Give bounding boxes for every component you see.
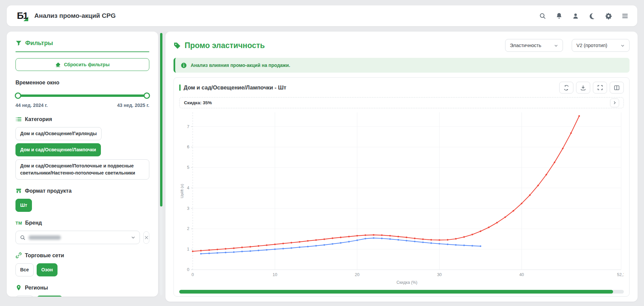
- filters-title: Фильтры: [15, 40, 149, 47]
- refresh-button[interactable]: [559, 82, 573, 93]
- search-icon[interactable]: [539, 12, 546, 20]
- svg-text:6: 6: [187, 145, 189, 149]
- dark-mode-moon-icon[interactable]: [588, 12, 596, 20]
- svg-text:5: 5: [187, 165, 189, 170]
- svg-text:10: 10: [273, 272, 277, 277]
- time-window-to: 43 нед. 2025 г.: [117, 103, 149, 108]
- sidebar-scrollbar-thumb[interactable]: [160, 33, 162, 206]
- tag-icon: [174, 42, 181, 49]
- search-icon: [20, 235, 26, 240]
- category-label-text: Категория: [25, 116, 52, 122]
- b1-logo[interactable]: Б1: [15, 9, 29, 22]
- slider-handle-end[interactable]: [144, 92, 150, 99]
- svg-text:0: 0: [187, 267, 189, 272]
- link-icon: [15, 252, 22, 259]
- category-label: Категория: [15, 116, 149, 122]
- table-view-button[interactable]: [610, 82, 624, 93]
- chart-card: Дом и сад/Освещение/Лампочки - Шт Скидка…: [174, 77, 630, 297]
- region-chip-russia[interactable]: Россия: [37, 296, 63, 297]
- reset-filters-button[interactable]: Сбросить фильтры: [15, 58, 149, 71]
- version-select-value: V2 (прототип): [576, 43, 607, 48]
- logo-text: Б1: [17, 10, 28, 21]
- store-icon: [15, 188, 22, 194]
- category-chip-girlyandy[interactable]: Дом и сад/Освещение/Гирлянды: [15, 127, 102, 140]
- notifications-bell-icon[interactable]: [555, 12, 563, 20]
- svg-text:52,1: 52,1: [617, 272, 624, 277]
- svg-text:4: 4: [187, 186, 189, 190]
- filters-title-label: Фильтры: [25, 40, 53, 47]
- fullscreen-button[interactable]: [593, 82, 607, 93]
- svg-text:20: 20: [355, 272, 359, 277]
- close-icon: [144, 235, 149, 240]
- brand-select[interactable]: [15, 231, 140, 244]
- slider-track[interactable]: [15, 94, 149, 97]
- svg-text:7: 7: [187, 124, 189, 129]
- slider-handle-start[interactable]: [15, 92, 21, 99]
- download-button[interactable]: [576, 82, 590, 93]
- info-banner-text: Анализ влияния промо-акций на продажи.: [191, 63, 290, 68]
- metric-select[interactable]: Эластичность: [505, 39, 563, 52]
- discount-slicer[interactable]: Скидка: 35%: [179, 97, 624, 108]
- svg-text:2: 2: [187, 226, 189, 231]
- chevron-right-icon: [612, 101, 617, 105]
- info-icon: [181, 62, 187, 69]
- user-icon[interactable]: [572, 12, 579, 20]
- title-accent-bar: [179, 84, 181, 91]
- menu-hamburger-icon[interactable]: [621, 12, 629, 20]
- product-format-label-text: Формат продукта: [25, 188, 72, 194]
- svg-text:Скидка (%): Скидка (%): [396, 280, 417, 285]
- retailers-label: Торговые сети: [15, 252, 149, 259]
- brand-label: ТМ Бренд: [15, 220, 149, 226]
- slicer-next-button[interactable]: [610, 99, 619, 107]
- info-banner: Анализ влияния промо-акций на продажи.: [174, 58, 630, 73]
- elasticity-chart[interactable]: 0123456701020304052,1Скидка (%)Uplift (x…: [179, 110, 624, 287]
- format-chip-sht[interactable]: Шт: [15, 199, 32, 212]
- retailers-label-text: Торговые сети: [25, 253, 64, 259]
- reset-filters-label: Сбросить фильтры: [64, 62, 110, 67]
- regions-label-text: Регионы: [25, 285, 48, 291]
- funnel-icon: [15, 40, 22, 46]
- top-header: Б1 Анализ промо-акций CPG: [7, 5, 637, 26]
- page-title: Промо эластичность: [185, 41, 265, 50]
- svg-text:30: 30: [437, 272, 442, 277]
- filters-sidebar: Фильтры Сбросить фильтры Временное окно …: [7, 32, 158, 297]
- app-title: Анализ промо-акций CPG: [34, 12, 116, 20]
- chart-hscrollbar-track[interactable]: [179, 290, 624, 294]
- svg-text:3: 3: [187, 206, 189, 211]
- version-select[interactable]: V2 (прототип): [572, 39, 630, 52]
- fullscreen-icon: [597, 85, 603, 90]
- chevron-down-icon: [620, 43, 625, 48]
- columns-icon: [614, 85, 620, 91]
- retailer-chip-all[interactable]: Все: [15, 263, 34, 276]
- discount-slicer-label: Скидка: 35%: [184, 100, 212, 105]
- chevron-down-icon: [554, 43, 558, 48]
- product-format-label: Формат продукта: [15, 188, 149, 194]
- chart-title: Дом и сад/Освещение/Лампочки - Шт: [184, 84, 286, 91]
- svg-text:40: 40: [519, 272, 524, 277]
- brand-clear-button[interactable]: [143, 231, 149, 244]
- list-icon: [15, 116, 22, 122]
- brand-label-text: Бренд: [25, 220, 42, 226]
- retailer-chip-ozon[interactable]: Озон: [37, 263, 58, 276]
- category-chip-lampochki[interactable]: Дом и сад/Освещение/Лампочки: [15, 143, 101, 156]
- chart-hscrollbar-thumb[interactable]: [179, 290, 613, 294]
- eraser-icon: [55, 62, 61, 68]
- regions-label: Регионы: [15, 284, 149, 291]
- map-pin-icon: [15, 284, 22, 291]
- time-window-slider[interactable]: [15, 92, 149, 99]
- time-window-from: 44 нед. 2024 г.: [15, 103, 48, 108]
- settings-gear-icon[interactable]: [605, 12, 612, 20]
- svg-text:Uplift (x): Uplift (x): [180, 184, 184, 198]
- svg-text:1: 1: [187, 247, 189, 252]
- download-icon: [580, 85, 586, 91]
- brand-select-value-redacted: [29, 235, 61, 240]
- refresh-icon: [563, 85, 569, 91]
- category-chip-svetilniki[interactable]: Дом и сад/Освещение/Потолочные и подвесн…: [15, 159, 149, 180]
- divider: [15, 51, 149, 52]
- region-chip-all[interactable]: Все: [15, 296, 34, 297]
- metric-select-value: Эластичность: [510, 43, 541, 48]
- line-chart-canvas[interactable]: 0123456701020304052,1Скидка (%)Uplift (x…: [179, 110, 624, 286]
- tm-icon: ТМ: [15, 221, 22, 226]
- sidebar-scrollbar-track[interactable]: [160, 33, 162, 295]
- main-panel: Промо эластичность Эластичность V2 (прот…: [165, 32, 638, 302]
